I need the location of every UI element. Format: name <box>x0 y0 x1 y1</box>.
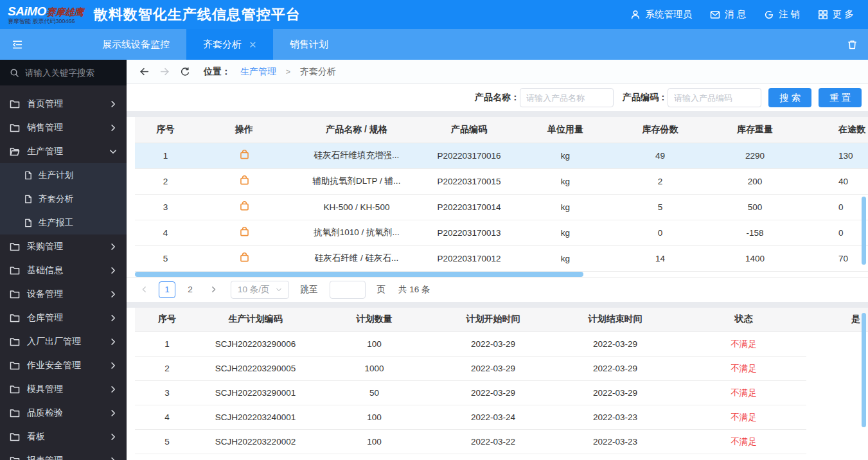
page-button-2[interactable]: 2 <box>182 281 199 298</box>
sidebar-item[interactable]: 首页管理 <box>0 92 127 116</box>
sidebar-subitem[interactable]: 生产报工 <box>0 211 127 234</box>
app-body: 首页管理销售管理生产管理生产计划齐套分析生产报工采购管理基础信息设备管理仓库管理… <box>0 60 868 460</box>
prev-page-icon[interactable] <box>136 281 152 298</box>
order-action-cell[interactable] <box>196 168 292 194</box>
menu-fold-icon[interactable] <box>0 39 24 50</box>
order-action-cell[interactable] <box>196 220 292 245</box>
filter-bar: 产品名称： 产品编码： 搜 索 重 置 <box>127 84 868 111</box>
table-cell: 2022-03-24 <box>437 405 549 430</box>
table-cell: 1 <box>135 332 199 357</box>
table-row[interactable]: 1SCJH2022032900061002022-03-292022-03-29… <box>135 332 868 357</box>
trash-icon[interactable] <box>847 39 868 50</box>
breadcrumb-parent-link[interactable]: 生产管理 <box>240 66 276 78</box>
table-cell: kg <box>517 168 614 194</box>
vertical-scrollbar[interactable] <box>862 313 866 427</box>
product-code-label: 产品编码： <box>623 92 668 103</box>
sidebar-menu: 首页管理销售管理生产管理生产计划齐套分析生产报工采购管理基础信息设备管理仓库管理… <box>0 85 127 460</box>
more-button[interactable]: 更 多 <box>818 8 854 21</box>
tab-1[interactable]: 展示线设备监控 <box>85 29 186 60</box>
user-menu[interactable]: 系统管理员 <box>630 8 692 21</box>
sidebar-item-label: 模具管理 <box>27 384 102 395</box>
tab-2[interactable]: 齐套分析 <box>186 29 273 60</box>
sidebar: 首页管理销售管理生产管理生产计划齐套分析生产报工采购管理基础信息设备管理仓库管理… <box>0 60 127 460</box>
sidebar-subitem[interactable]: 生产计划 <box>0 163 127 187</box>
logout-icon <box>764 10 774 20</box>
table-cell: 100 <box>312 332 437 357</box>
sidebar-item[interactable]: 看板 <box>0 425 127 448</box>
table-row[interactable]: 2辅助抗氧剂DLTP / 辅...P202203170015kg220040 <box>135 168 868 194</box>
column-header: 状态 <box>681 308 806 332</box>
sidebar-item[interactable]: 采购管理 <box>0 234 127 258</box>
table-cell: 不满足 <box>681 357 806 381</box>
table-row[interactable]: 5硅灰石纤维 / 硅灰石...P202203170012kg14140070 <box>135 245 868 271</box>
sidebar-item-label: 品质检验 <box>27 407 102 419</box>
order-action-cell[interactable] <box>196 194 292 220</box>
sidebar-item[interactable]: 仓库管理 <box>0 306 127 330</box>
forward-icon[interactable] <box>159 66 170 77</box>
chevron-down-icon <box>276 287 282 293</box>
plans-table: 序号生产计划编码计划数量计划开始时间计划结束时间状态是 1SCJH2022032… <box>135 308 868 455</box>
sidebar-search-input[interactable] <box>25 68 110 78</box>
tab-3[interactable]: 销售计划 <box>273 29 345 60</box>
table-cell: 2022-03-22 <box>437 430 549 454</box>
table-cell: 2 <box>135 357 199 381</box>
order-action-cell[interactable] <box>196 143 292 168</box>
sidebar-item[interactable]: 作业安全管理 <box>0 353 127 377</box>
products-table-wrap: 序号操作产品名称 / 规格产品编码单位用量库存份数库存重量在途数 1硅灰石纤维填… <box>127 117 868 272</box>
sidebar-subitem[interactable]: 齐套分析 <box>0 187 127 211</box>
messages-button[interactable]: 消 息 <box>710 8 746 21</box>
column-header: 序号 <box>135 308 199 332</box>
table-row[interactable]: 3SCJH202203290001502022-03-292022-03-29不… <box>135 381 868 405</box>
chevron-right-icon <box>109 290 117 298</box>
product-code-input[interactable] <box>668 88 761 107</box>
table-cell: 2022-03-29 <box>437 332 549 357</box>
column-header: 操作 <box>196 117 292 143</box>
order-action-cell[interactable] <box>196 245 292 271</box>
table-row[interactable]: 5SCJH2022032200021002022-03-222022-03-23… <box>135 430 868 454</box>
order-bag-icon[interactable] <box>239 175 250 186</box>
order-bag-icon[interactable] <box>239 200 250 211</box>
horizontal-scrollbar[interactable] <box>135 272 583 277</box>
table-cell: 0 <box>803 220 868 245</box>
sidebar-item[interactable]: 入厂出厂管理 <box>0 330 127 353</box>
vertical-scrollbar[interactable] <box>862 197 866 265</box>
search-button[interactable]: 搜 索 <box>768 88 811 107</box>
logout-button[interactable]: 注 销 <box>764 8 800 21</box>
chevron-right-icon <box>109 124 117 132</box>
table-cell: 200 <box>707 168 803 194</box>
sidebar-item[interactable]: 设备管理 <box>0 282 127 306</box>
close-icon[interactable] <box>249 41 256 48</box>
back-icon[interactable] <box>139 66 150 77</box>
sidebar-item[interactable]: 模具管理 <box>0 377 127 401</box>
table-row[interactable]: 4SCJH2022032400011002022-03-242022-03-23… <box>135 405 868 430</box>
sidebar-search[interactable] <box>0 60 127 85</box>
page-button-1[interactable]: 1 <box>159 281 175 298</box>
table-row[interactable]: 4抗氧剂1010 / 抗氧剂...P202203170013kg0-1580 <box>135 220 868 245</box>
refresh-icon[interactable] <box>180 67 190 77</box>
page-size-select[interactable]: 10 条/页 <box>231 281 289 299</box>
order-bag-icon[interactable] <box>239 226 250 237</box>
table-cell: KH-500 / KH-500 <box>292 194 421 220</box>
table-cell: 100 <box>312 430 437 454</box>
sidebar-item[interactable]: 销售管理 <box>0 116 127 139</box>
table-row[interactable]: 3KH-500 / KH-500P202203170014kg55000 <box>135 194 868 220</box>
table-cell: 49 <box>614 143 707 168</box>
product-name-input[interactable] <box>520 88 614 107</box>
sidebar-item[interactable]: 基础信息 <box>0 258 127 282</box>
order-bag-icon[interactable] <box>239 252 250 263</box>
chevron-right-icon <box>109 243 117 251</box>
table-cell: 3 <box>135 381 199 405</box>
order-bag-icon[interactable] <box>239 149 250 160</box>
table-row[interactable]: 2SCJH20220329000510002022-03-292022-03-2… <box>135 357 868 381</box>
page-size-value: 10 条/页 <box>238 284 270 296</box>
next-page-icon[interactable] <box>205 281 222 298</box>
table-row[interactable]: 1硅灰石纤维填充增强...P202203170016kg492290130 <box>135 143 868 168</box>
table-cell: 2022-03-23 <box>549 405 681 430</box>
reset-button[interactable]: 重 置 <box>819 88 862 107</box>
page-jump-input[interactable] <box>330 281 366 299</box>
sidebar-item[interactable]: 生产管理 <box>0 139 127 163</box>
file-icon <box>24 171 33 180</box>
sidebar-item[interactable]: 品质检验 <box>0 401 127 425</box>
sidebar-item[interactable]: 报表管理 <box>0 448 127 460</box>
app-header: SAiMO赛摩雄鹰 赛摩智能 股票代码300466 散料数智化生产线信息管控平台… <box>0 0 868 29</box>
